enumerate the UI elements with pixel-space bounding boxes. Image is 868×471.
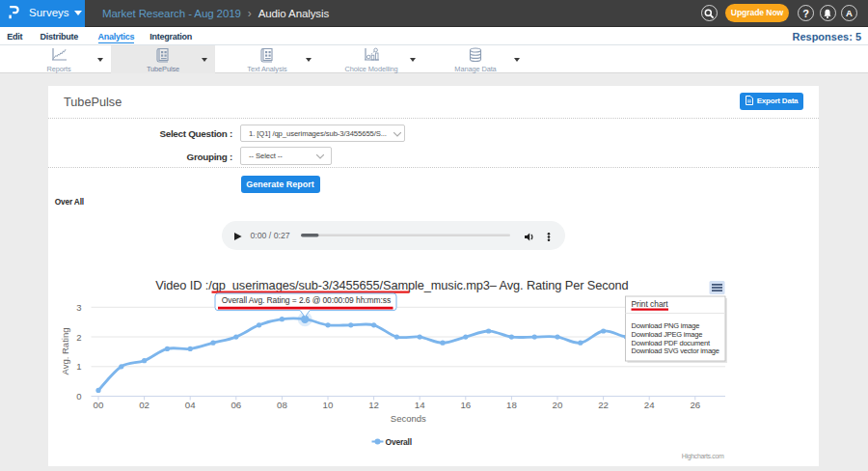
svg-text:Print chart: Print chart [632,299,669,309]
svg-text:22: 22 [598,400,609,410]
svg-text:06: 06 [231,400,241,410]
svg-text:Overall Avg. Rating = 2.6 @ 00: Overall Avg. Rating = 2.6 @ 00:00:09 hh:… [222,295,391,305]
svg-text:1: 1 [76,361,81,372]
svg-text:20: 20 [553,400,563,410]
svg-text:18: 18 [506,400,517,410]
svg-text:3: 3 [76,302,81,313]
svg-text:Overall: Overall [386,437,412,447]
svg-text:Avg. Rating: Avg. Rating [60,328,70,375]
svg-text:Download JPEG image: Download JPEG image [632,330,703,339]
svg-text:Highcharts.com: Highcharts.com [682,453,724,460]
svg-text:Download SVG vector image: Download SVG vector image [632,346,719,355]
svg-text:24: 24 [644,400,655,410]
svg-text:04: 04 [185,400,196,410]
svg-text:Download PDF document: Download PDF document [632,339,711,347]
svg-text:02: 02 [139,400,149,410]
svg-text:2: 2 [76,332,81,343]
svg-text:Video ID :/qp_userimages/sub-3: Video ID :/qp_userimages/sub-3/3455655/S… [155,278,628,292]
svg-text:Download PNG image: Download PNG image [632,321,700,330]
svg-text:0: 0 [76,391,81,402]
svg-text:10: 10 [323,400,334,410]
svg-text:00: 00 [94,400,104,410]
svg-text:12: 12 [368,400,379,410]
svg-text:16: 16 [460,400,471,410]
svg-text:08: 08 [277,400,287,410]
svg-text:Seconds: Seconds [391,413,426,424]
svg-text:26: 26 [690,400,700,410]
svg-text:14: 14 [415,400,425,410]
